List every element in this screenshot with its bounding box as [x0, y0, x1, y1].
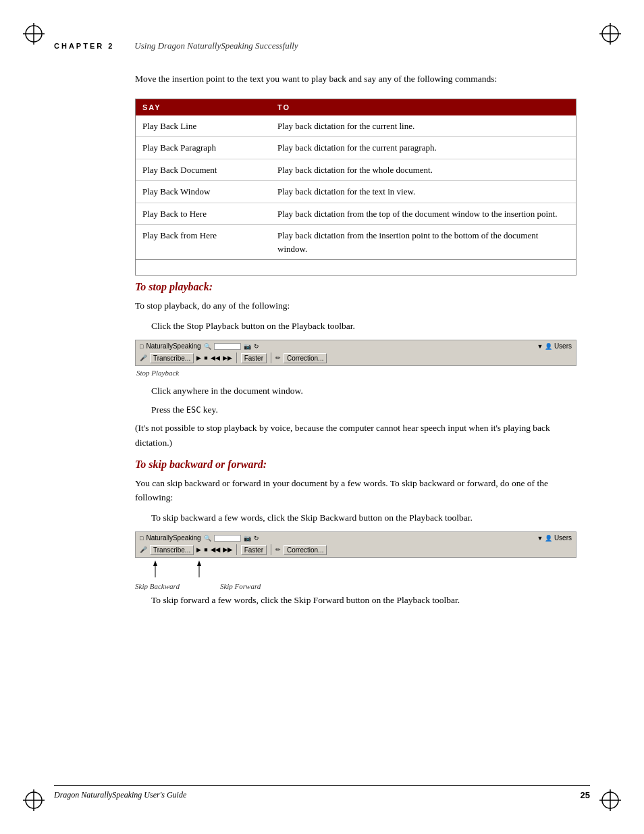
skip-faster-button[interactable]: Faster: [241, 545, 267, 555]
toolbar-bottom-bar-1: 🎤 Transcribe... ▶ ■ ◀◀ ▶▶ Faster ✏ Corre…: [138, 352, 573, 364]
skip-toolbar-mic-icon: 🎤: [140, 546, 147, 553]
skip-toolbar-users-label: Users: [554, 534, 572, 542]
intro-paragraph: Move the insertion point to the text you…: [135, 72, 576, 86]
corner-mark-bl: [20, 787, 47, 814]
toolbar-skip-back-icon: ◀◀: [211, 355, 220, 361]
commands-table: SAY TO Play Back LinePlay back dictation…: [136, 99, 576, 261]
stop-playback-toolbar-wrapper: □ NaturallySpeaking 🔍 📷 ↻ ▼ 👤 Users 🎤: [135, 340, 576, 377]
table-row: Play Back DocumentPlay back dictation fo…: [136, 159, 576, 181]
table-cell-say: Play Back from Here: [136, 225, 271, 260]
commands-table-wrapper: SAY TO Play Back LinePlay back dictation…: [135, 99, 576, 276]
table-row: Play Back from HerePlay back dictation f…: [136, 225, 576, 260]
skip-toolbar-img: 📷: [244, 535, 251, 542]
table-row: Play Back WindowPlay back dictation for …: [136, 181, 576, 203]
toolbar-stop-icon: ■: [204, 355, 207, 361]
page: CHAPTER 2 Using Dragon NaturallySpeaking…: [0, 0, 644, 834]
toolbar-users-icon: 👤: [545, 343, 552, 350]
page-footer: Dragon NaturallySpeaking User's Guide 25: [54, 785, 590, 800]
main-content: Move the insertion point to the text you…: [135, 72, 576, 608]
toolbar-skip-fwd-icon: ▶▶: [223, 355, 232, 361]
skip-heading: To skip backward or forward:: [135, 459, 576, 471]
chapter-subtitle: Using Dragon NaturallySpeaking Successfu…: [134, 41, 298, 51]
stop-playback-step2: Click anywhere in the document window.: [151, 384, 576, 398]
skip-toolbar-zoom: 🔍: [204, 535, 211, 542]
skip-transcribe-button[interactable]: Transcribe...: [150, 545, 194, 555]
corner-mark-br: [597, 787, 624, 814]
stop-playback-intro: To stop playback, do any of the followin…: [135, 298, 576, 313]
skip-toolbar-top-right: ▼ 👤 Users: [537, 534, 572, 542]
transcribe-button[interactable]: Transcribe...: [150, 353, 194, 363]
skip-forward-icon: ▶▶: [223, 546, 232, 553]
chapter-label: CHAPTER 2: [54, 42, 114, 50]
skip-labels: Skip Backward Skip Forward: [135, 582, 576, 590]
table-row: Play Back LinePlay back dictation for th…: [136, 115, 576, 137]
footer-title: Dragon NaturallySpeaking User's Guide: [54, 790, 186, 800]
skip-step2: To skip forward a few words, click the S…: [151, 593, 576, 608]
skip-arrow-container: [135, 561, 576, 581]
skip-toolbar-wrapper: □ NaturallySpeaking 🔍 📷 ↻ ▼ 👤 Users 🎤: [135, 531, 576, 590]
toolbar-img-icon: 📷: [244, 343, 251, 350]
skip-forward-label: Skip Forward: [220, 582, 261, 590]
table-row: Play Back ParagraphPlay back dictation f…: [136, 137, 576, 159]
corner-mark-tr: [597, 20, 624, 47]
skip-backward-icon: ◀◀: [211, 546, 220, 553]
table-cell-say: Play Back Window: [136, 181, 271, 203]
skip-correction-icon: ✏: [275, 546, 281, 553]
footer-page-number: 25: [581, 790, 590, 800]
skip-toolbar-refresh: ↻: [254, 535, 259, 542]
skip-toolbar-users-icon: 👤: [545, 535, 552, 542]
skip-toolbar-sep2: [271, 544, 271, 555]
chapter-header: CHAPTER 2 Using Dragon NaturallySpeaking…: [54, 41, 590, 51]
correction-button[interactable]: Correction...: [284, 353, 327, 363]
stop-playback-step1: Click the Stop Playback button on the Pl…: [151, 319, 576, 334]
col-say-header: SAY: [136, 99, 271, 115]
table-cell-to: Play back dictation for the current line…: [271, 115, 576, 137]
table-cell-say: Play Back to Here: [136, 203, 271, 225]
skip-correction-button[interactable]: Correction...: [284, 545, 327, 555]
toolbar-ns-label: NaturallySpeaking: [146, 342, 200, 350]
corner-mark-tl: [20, 20, 47, 47]
table-cell-say: Play Back Document: [136, 159, 271, 181]
table-cell-say: Play Back Paragraph: [136, 137, 271, 159]
skip-intro: You can skip backward or forward in your…: [135, 476, 576, 505]
toolbar-users-label: Users: [554, 342, 572, 350]
skip-toolbar-play: ▶: [196, 546, 201, 553]
stop-playback-toolbar: □ NaturallySpeaking 🔍 📷 ↻ ▼ 👤 Users 🎤: [135, 340, 576, 366]
stop-playback-step3: Press the ESC key.: [151, 402, 576, 417]
skip-arrows-svg: [135, 561, 270, 581]
skip-toolbar-top-bar: □ NaturallySpeaking 🔍 📷 ↻ ▼ 👤 Users: [138, 533, 573, 542]
table-cell-to: Play back dictation for the whole docume…: [271, 159, 576, 181]
skip-toolbar-stop: ■: [204, 546, 207, 553]
toolbar-mic-icon: 🎤: [140, 355, 147, 361]
toolbar-separator: [236, 353, 237, 363]
toolbar-play-icon: ▶: [196, 355, 201, 361]
table-cell-to: Play back dictation from the insertion p…: [271, 225, 576, 260]
skip-step1: To skip backward a few words, click the …: [151, 511, 576, 525]
table-row: Play Back to HerePlay back dictation fro…: [136, 203, 576, 225]
toolbar-top-left: □ NaturallySpeaking 🔍 📷 ↻: [140, 342, 259, 350]
toolbar-icon-small: □: [140, 343, 143, 350]
table-cell-say: Play Back Line: [136, 115, 271, 137]
table-cell-to: Play back dictation from the top of the …: [271, 203, 576, 225]
table-header-row: SAY TO: [136, 99, 576, 115]
stop-playback-note: (It's not possible to stop playback by v…: [135, 421, 576, 450]
stop-playback-heading: To stop playback:: [135, 281, 576, 293]
table-cell-to: Play back dictation for the text in view…: [271, 181, 576, 203]
table-cell-to: Play back dictation for the current para…: [271, 137, 576, 159]
skip-toolbar: □ NaturallySpeaking 🔍 📷 ↻ ▼ 👤 Users 🎤: [135, 531, 576, 558]
toolbar-refresh-icon: ↻: [254, 343, 259, 350]
toolbar-top-bar: □ NaturallySpeaking 🔍 📷 ↻ ▼ 👤 Users: [138, 342, 573, 350]
skip-toolbar-sep: [236, 544, 237, 555]
toolbar-separator2: [271, 353, 271, 363]
svg-marker-15: [197, 561, 201, 566]
skip-toolbar-ns-label: NaturallySpeaking: [146, 534, 200, 542]
svg-marker-13: [153, 561, 157, 566]
faster-button[interactable]: Faster: [241, 353, 267, 363]
toolbar-correction-icon2: ✏: [275, 355, 281, 361]
col-to-header: TO: [271, 99, 576, 115]
skip-toolbar-icon-small: □: [140, 535, 143, 542]
toolbar-top-right: ▼ 👤 Users: [537, 342, 572, 350]
skip-toolbar-bottom-bar: 🎤 Transcribe... ▶ ■ ◀◀ ▶▶ Faster ✏ Corre…: [138, 544, 573, 556]
skip-backward-label: Skip Backward: [135, 582, 180, 590]
toolbar-zoom-icon: 🔍: [204, 343, 211, 350]
